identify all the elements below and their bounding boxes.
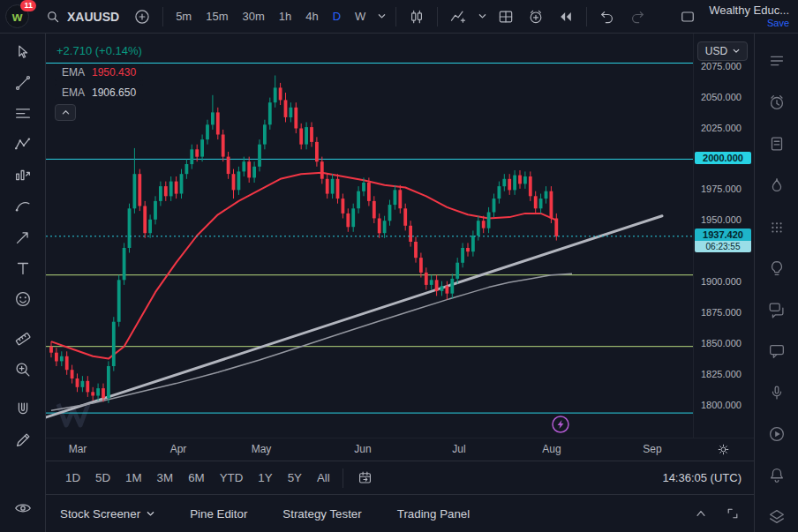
layout-rect-icon	[679, 8, 696, 26]
price-axis[interactable]: USD 2075.0002050.0002025.0002000.0001975…	[693, 34, 754, 438]
range-5d-button[interactable]: 5D	[88, 468, 117, 488]
draw-tool-button[interactable]	[8, 427, 38, 453]
price-axis-label: 1875.000	[701, 307, 742, 318]
trading-panel-tab[interactable]: Trading Panel	[397, 507, 471, 521]
indicators-menu-button[interactable]	[474, 4, 490, 29]
videos-button[interactable]	[764, 423, 790, 446]
toolbar-divider	[343, 468, 343, 488]
time-axis-label: May	[252, 443, 272, 455]
select-layout-button[interactable]	[674, 4, 702, 29]
symbol-name: XAUUSD	[67, 10, 119, 24]
alerts-button[interactable]	[764, 91, 790, 114]
chevron-down-icon	[147, 511, 154, 517]
notes-button[interactable]	[764, 132, 790, 155]
stock-screener-tab[interactable]: Stock Screener	[60, 507, 154, 521]
calendar-button[interactable]	[764, 215, 790, 238]
trend-line-icon	[13, 73, 33, 93]
magnet-tool-button[interactable]	[8, 396, 38, 423]
interval-menu-button[interactable]	[373, 4, 389, 29]
range-1y-button[interactable]: 1Y	[251, 468, 279, 488]
indicators-icon	[449, 8, 467, 26]
zoom-in-tool-button[interactable]	[8, 356, 38, 383]
chart-column: +2.710 (+0.14%) EMA 1950.430 EMA 1906.65…	[46, 34, 754, 532]
range-5y-button[interactable]: 5Y	[281, 468, 309, 488]
user-menu-button[interactable]: w 11	[5, 4, 29, 28]
arrow-tool-button[interactable]	[8, 224, 38, 251]
hotlists-button[interactable]	[764, 174, 790, 197]
tab-label: Pine Editor	[190, 507, 247, 521]
emoji-tool-button[interactable]	[8, 286, 38, 312]
open-panel-button[interactable]	[694, 506, 708, 521]
notifications-button[interactable]	[764, 464, 790, 487]
go-to-date-button[interactable]	[352, 467, 379, 490]
chart-settings-button[interactable]	[712, 440, 735, 460]
utc-clock[interactable]: 14:36:05 (UTC)	[662, 471, 742, 484]
brush-tool-button[interactable]	[8, 193, 38, 220]
range-3m-button[interactable]: 3M	[150, 468, 181, 488]
range-1m-button[interactable]: 1M	[118, 468, 149, 488]
indicator-legend-row[interactable]: EMA 1950.430	[55, 64, 143, 81]
object-tree-button[interactable]	[764, 506, 790, 528]
main-area: +2.710 (+0.14%) EMA 1950.430 EMA 1906.65…	[0, 34, 798, 532]
indicator-value: 1906.650	[92, 86, 136, 99]
indicator-value: 1950.430	[92, 66, 136, 79]
gear-icon	[716, 442, 731, 457]
chart-type-button[interactable]	[403, 4, 431, 29]
fib-retracement-tool-button[interactable]	[8, 101, 38, 127]
hide-drawings-button[interactable]	[8, 495, 38, 521]
interval-5m-button[interactable]: 5m	[169, 4, 198, 29]
comments-button[interactable]	[764, 340, 790, 363]
tab-label: Stock Screener	[60, 507, 140, 521]
measure-tool-button[interactable]	[8, 326, 38, 352]
interval-1w-button[interactable]: W	[349, 4, 372, 29]
chart-legend: +2.710 (+0.14%) EMA 1950.430 EMA 1906.65…	[55, 44, 143, 121]
microphone-icon	[767, 383, 787, 402]
indicators-button[interactable]	[444, 4, 472, 29]
candles-icon	[408, 8, 425, 26]
bar-replay-button[interactable]	[552, 4, 580, 29]
legend-collapse-button[interactable]	[55, 104, 76, 121]
strategy-tester-tab[interactable]: Strategy Tester	[282, 507, 361, 521]
undo-button[interactable]	[593, 4, 621, 29]
cursor-tool-button[interactable]	[8, 39, 38, 65]
save-button[interactable]: Save	[767, 18, 789, 30]
watchlist-button[interactable]	[764, 49, 790, 72]
top-toolbar: w 11 XAUUSD 5m 15m 30m 1h 4h D W	[0, 0, 798, 34]
price-axis-label: 1850.000	[701, 338, 742, 348]
topbar-left-group: w 11 XAUUSD 5m 15m 30m 1h 4h D W	[5, 4, 651, 29]
brush-icon	[13, 197, 33, 216]
time-axis[interactable]: MarAprMayJunJulAugSep	[46, 438, 754, 461]
trend-line-tool-button[interactable]	[8, 70, 38, 96]
layers-icon	[767, 507, 787, 527]
add-symbol-button[interactable]	[128, 4, 156, 29]
range-1d-button[interactable]: 1D	[58, 468, 87, 488]
range-6m-button[interactable]: 6M	[181, 468, 212, 488]
chats-button[interactable]	[764, 298, 790, 321]
text-tool-button[interactable]	[8, 255, 38, 281]
pine-editor-tab[interactable]: Pine Editor	[190, 507, 247, 521]
layout-name[interactable]: Wealthy Educ...	[709, 4, 789, 18]
interval-15m-button[interactable]: 15m	[200, 4, 234, 29]
interval-1h-button[interactable]: 1h	[273, 4, 297, 29]
redo-button[interactable]	[623, 4, 651, 29]
streams-button[interactable]	[764, 381, 790, 404]
tab-label: Strategy Tester	[282, 507, 361, 521]
chart-canvas-area[interactable]: +2.710 (+0.14%) EMA 1950.430 EMA 1906.65…	[46, 34, 693, 438]
maximize-panel-button[interactable]	[726, 506, 740, 521]
interval-1d-button[interactable]: D	[327, 4, 347, 29]
symbol-search-button[interactable]: XAUUSD	[38, 4, 126, 29]
pattern-tool-button[interactable]	[8, 131, 38, 158]
price-unit-button[interactable]: USD	[697, 41, 748, 61]
create-alert-button[interactable]	[522, 4, 550, 29]
time-axis-label: Jun	[354, 443, 371, 455]
interval-30m-button[interactable]: 30m	[236, 4, 270, 29]
chat-bubbles-icon	[767, 300, 787, 319]
indicator-legend-row[interactable]: EMA 1906.650	[55, 84, 143, 101]
drawing-toolbar	[0, 34, 46, 532]
range-all-button[interactable]: All	[310, 468, 337, 488]
range-ytd-button[interactable]: YTD	[213, 468, 251, 488]
interval-4h-button[interactable]: 4h	[299, 4, 324, 29]
grid-layout-button[interactable]	[492, 4, 520, 29]
projection-tool-button[interactable]	[8, 162, 38, 189]
ideas-button[interactable]	[764, 257, 790, 280]
